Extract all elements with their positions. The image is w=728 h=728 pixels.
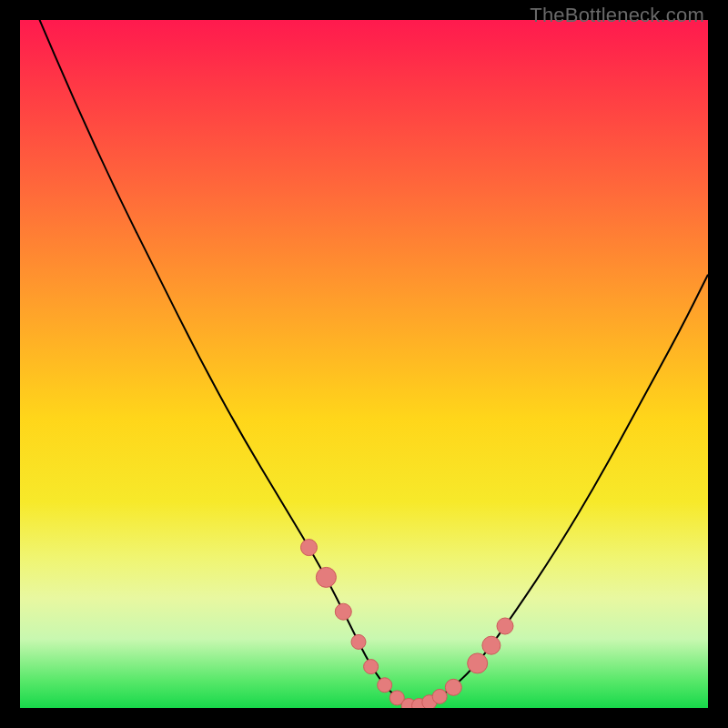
bead-point (482, 636, 500, 654)
bottleneck-curve (34, 20, 708, 705)
curve-layer (20, 20, 708, 708)
watermark-text: TheBottleneck.com (530, 4, 704, 27)
plot-area (20, 20, 708, 708)
chart-frame: TheBottleneck.com (0, 0, 728, 728)
bead-point (432, 689, 447, 703)
bead-point (301, 540, 318, 556)
bead-point (445, 679, 461, 695)
bead-point (364, 660, 379, 674)
bead-group (301, 540, 514, 708)
bead-point (316, 567, 336, 587)
bead-point (378, 678, 392, 693)
bead-point (468, 653, 488, 673)
bead-point (497, 618, 513, 634)
bead-point (351, 634, 366, 649)
bead-point (335, 603, 351, 620)
